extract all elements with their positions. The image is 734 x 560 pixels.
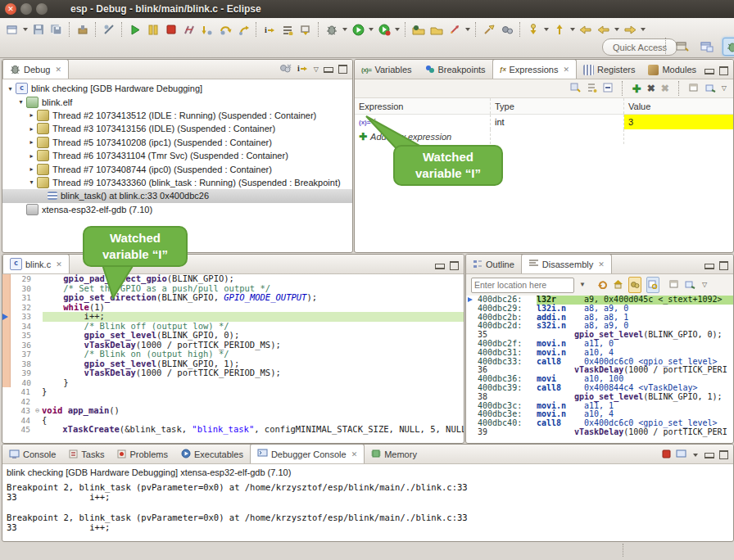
- tab-console[interactable]: Console: [2, 445, 62, 463]
- remove-all-expressions-icon[interactable]: ✖: [661, 83, 669, 94]
- close-window-button[interactable]: ✕: [5, 3, 16, 15]
- back-history-icon[interactable]: [596, 21, 612, 38]
- tree-expander-icon[interactable]: ▾: [27, 178, 36, 186]
- open-folder-icon[interactable]: [428, 21, 445, 38]
- tree-expander-icon[interactable]: ▸: [27, 111, 36, 119]
- debug-tree-row[interactable]: ▸Thread #7 1073408744 (ipc0) (Suspended …: [2, 162, 352, 175]
- disassembly-row[interactable]: 400dbc29:l32i.na8, a9, 0: [466, 305, 733, 314]
- maximize-view-icon[interactable]: [338, 65, 347, 74]
- location-input[interactable]: [471, 278, 574, 293]
- forward-dropdown[interactable]: [641, 28, 646, 31]
- new-wizard-icon[interactable]: [4, 21, 20, 38]
- tree-expander-icon[interactable]: ▸: [27, 165, 36, 173]
- next-annotation-icon[interactable]: [551, 21, 568, 38]
- show-type-names-icon[interactable]: [570, 83, 581, 94]
- debug-tree-row[interactable]: xtensa-esp32-elf-gdb (7.10): [2, 203, 352, 216]
- debug-tree-row[interactable]: ▸Thread #3 1073413156 (IDLE) (Suspended …: [2, 122, 352, 135]
- coverage-icon[interactable]: [376, 21, 392, 38]
- back-icon[interactable]: [578, 21, 594, 38]
- instruction-stepping-mode-icon[interactable]: i: [297, 63, 309, 75]
- code-line[interactable]: 41}: [2, 387, 464, 397]
- expression-row[interactable]: (x)=i int 3: [355, 115, 733, 129]
- sync-with-debug-icon[interactable]: [628, 277, 641, 293]
- disassembly-row[interactable]: 38gpio_set_level(BLINK_GPIO, 1);: [466, 393, 733, 402]
- home-icon[interactable]: [613, 278, 623, 292]
- disconnect-icon[interactable]: [181, 21, 197, 38]
- suspend-icon[interactable]: [145, 21, 161, 38]
- tree-expander-icon[interactable]: ▸: [27, 125, 36, 133]
- tab-variables[interactable]: (x)= Variables: [355, 61, 419, 79]
- location-dropdown-icon[interactable]: ▼: [579, 282, 586, 288]
- tab-breakpoints[interactable]: Breakpoints: [419, 61, 492, 79]
- drop-to-frame-icon[interactable]: [297, 21, 314, 38]
- remove-expression-icon[interactable]: ✖: [647, 83, 655, 94]
- forward-icon[interactable]: [622, 21, 638, 38]
- debug-tree-row[interactable]: ▾blink.elf: [2, 95, 352, 108]
- open-perspective-icon[interactable]: [673, 38, 691, 55]
- code-line[interactable]: 45 xTaskCreate(&blink_task, "blink_task"…: [2, 425, 464, 435]
- save-icon[interactable]: [30, 21, 47, 38]
- minimize-view-icon[interactable]: [435, 264, 445, 269]
- minimize-view-icon[interactable]: [705, 453, 714, 458]
- new-view-icon[interactable]: [689, 84, 700, 94]
- last-edit-location-icon[interactable]: [525, 21, 541, 38]
- close-tab-icon[interactable]: ✕: [55, 65, 61, 74]
- build-icon[interactable]: [75, 21, 91, 38]
- code-line[interactable]: 31 gpio_set_direction(BLINK_GPIO, GPIO_M…: [2, 293, 464, 303]
- view-menu-icon[interactable]: ▽: [314, 66, 319, 73]
- tab-blink-c[interactable]: c blink.c ✕: [2, 254, 70, 273]
- next-annotation-dropdown[interactable]: [570, 28, 575, 31]
- code-line[interactable]: 39 vTaskDelay(1000 / portTICK_PERIOD_MS)…: [2, 368, 464, 378]
- debug-tree-row[interactable]: blink_task() at blink.c:33 0x400dbc26: [2, 189, 352, 202]
- tree-expander-icon[interactable]: ▸: [27, 152, 36, 160]
- tab-outline[interactable]: Outline: [466, 255, 521, 273]
- close-tab-icon[interactable]: ✕: [351, 450, 358, 458]
- save-all-icon[interactable]: [48, 21, 65, 38]
- code-line[interactable]: 35 gpio_set_level(BLINK_GPIO, 0);: [2, 331, 464, 341]
- code-editor[interactable]: 29 gpio_pad_select_gpio(BLINK_GPIO);30 /…: [2, 274, 464, 443]
- minimize-window-button[interactable]: [20, 3, 32, 15]
- fold-marker-icon[interactable]: ⊖: [33, 406, 42, 416]
- last-edit-dropdown[interactable]: [544, 28, 549, 31]
- view-menu-icon[interactable]: ▽: [722, 85, 727, 92]
- step-return-icon[interactable]: [235, 21, 251, 38]
- run-dropdown[interactable]: [369, 28, 374, 31]
- disassembly-listing[interactable]: 400dbc26:l32ra9, 0x400d045c <_stext+1092…: [466, 296, 733, 443]
- debug-config-icon[interactable]: [324, 21, 340, 38]
- tab-executables[interactable]: Executables: [174, 445, 250, 463]
- show-logical-structures-icon[interactable]: [587, 83, 597, 94]
- flash-target-icon[interactable]: [446, 21, 463, 38]
- cpp-perspective-icon[interactable]: [698, 38, 716, 55]
- remove-all-terminated-icon[interactable]: [279, 63, 292, 75]
- console-output[interactable]: Breakpoint 2, blink_task (pvParameter=0x…: [2, 479, 733, 535]
- tab-tasks[interactable]: Tasks: [62, 445, 111, 463]
- code-line[interactable]: 29 gpio_pad_select_gpio(BLINK_GPIO);: [2, 274, 464, 284]
- back-dropdown[interactable]: [614, 28, 619, 31]
- code-line[interactable]: 37 /* Blink on (output high) */: [2, 350, 464, 359]
- code-line[interactable]: 33 i++;: [2, 312, 464, 322]
- disassembly-row[interactable]: 39vTaskDelay(1000 / portTICK_PERI: [466, 428, 733, 437]
- collapse-all-icon[interactable]: [603, 83, 613, 94]
- tab-disassembly[interactable]: Disassembly ✕: [521, 254, 612, 273]
- tree-expander-icon[interactable]: ▾: [6, 85, 15, 93]
- debug-config-dropdown[interactable]: [342, 28, 347, 31]
- minimize-view-icon[interactable]: [705, 264, 714, 269]
- column-type[interactable]: Type: [491, 98, 624, 114]
- debug-tree-row[interactable]: ▾cblink checking [GDB Hardware Debugging…: [2, 82, 352, 95]
- column-value[interactable]: Value: [624, 98, 733, 114]
- debug-tree-row[interactable]: ▾Thread #9 1073433360 (blink_task : Runn…: [2, 176, 352, 189]
- code-line[interactable]: 43⊖void app_main(): [2, 406, 464, 416]
- add-expression-row[interactable]: ✚Add new expression: [355, 129, 733, 144]
- debug-tree-row[interactable]: ▸Thread #2 1073413512 (IDLE : Running) (…: [2, 109, 352, 122]
- code-line[interactable]: 40 }: [2, 378, 464, 388]
- pin-view-icon[interactable]: [705, 84, 716, 94]
- link-view-icon[interactable]: [685, 278, 695, 292]
- display-selected-console-icon[interactable]: [676, 449, 686, 460]
- new-wizard-dropdown[interactable]: [23, 28, 28, 31]
- tab-debug[interactable]: Debug ✕: [2, 59, 69, 79]
- close-tab-icon[interactable]: ✕: [598, 260, 605, 269]
- maximize-view-icon[interactable]: [719, 450, 728, 459]
- debug-tree-row[interactable]: ▸Thread #5 1073410208 (ipc1) (Suspended …: [2, 136, 352, 149]
- run-icon[interactable]: [350, 21, 366, 38]
- coverage-dropdown[interactable]: [395, 28, 400, 31]
